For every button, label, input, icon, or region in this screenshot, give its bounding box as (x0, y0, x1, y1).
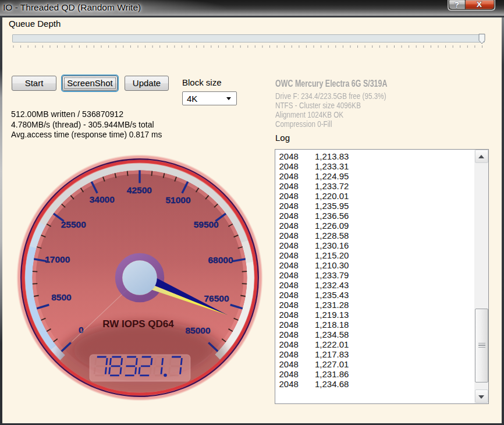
svg-text:76500: 76500 (204, 293, 229, 303)
svg-text:68000: 68000 (208, 255, 233, 265)
svg-text:RW IOPS QD64: RW IOPS QD64 (102, 318, 174, 330)
svg-text:34000: 34000 (90, 194, 115, 204)
svg-text:25500: 25500 (61, 219, 86, 229)
svg-text:17000: 17000 (45, 254, 70, 264)
svg-text:8500: 8500 (51, 292, 71, 302)
svg-text:51000: 51000 (165, 195, 190, 205)
svg-text:42500: 42500 (127, 185, 152, 195)
svg-text:59500: 59500 (194, 219, 219, 229)
svg-text:0: 0 (79, 325, 84, 335)
